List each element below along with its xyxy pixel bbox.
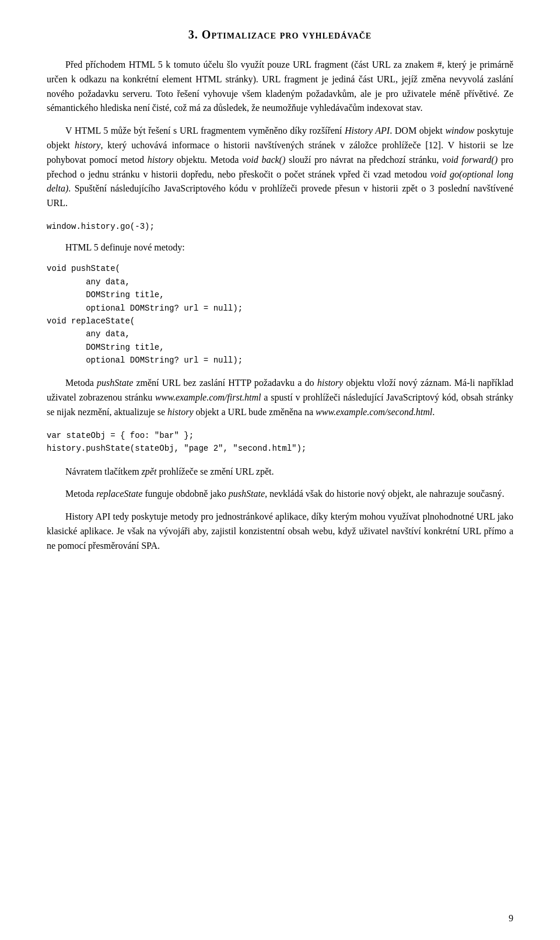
url-first-italic: www.example.com/first.html xyxy=(155,392,261,402)
paragraph-5: Metoda replaceState funguje obdobně jako… xyxy=(47,487,513,502)
zpet-italic: zpět xyxy=(142,466,157,476)
code-block-1: window.history.go(-3); xyxy=(47,220,513,233)
body-text-2: Metoda pushState změní URL bez zaslání H… xyxy=(47,376,513,419)
void-back-italic: void back() xyxy=(242,155,285,165)
paragraph-1: Před příchodem HTML 5 k tomuto účelu šlo… xyxy=(47,58,513,116)
void-go-italic: void go(optional long delta) xyxy=(47,169,513,194)
body-text: Před příchodem HTML 5 k tomuto účelu šlo… xyxy=(47,58,513,211)
paragraph-4: Návratem tlačítkem zpět prohlížeče se zm… xyxy=(47,465,513,479)
history-api-italic: History API xyxy=(345,126,390,135)
history-italic: history xyxy=(75,140,100,150)
chapter-title: 3. Optimalizace pro vyhledávače xyxy=(47,28,513,41)
pushstate-italic: pushState xyxy=(97,378,133,388)
pushstate2-italic: pushState xyxy=(229,489,265,499)
window-italic: window xyxy=(445,126,474,135)
defines-line: HTML 5 definuje nové metody: xyxy=(65,242,513,253)
history2-italic: history xyxy=(148,155,173,165)
body-text-3: Návratem tlačítkem zpět prohlížeče se zm… xyxy=(47,465,513,553)
code-block-2: void pushState( any data, DOMString titl… xyxy=(47,262,513,367)
paragraph-6: History API tedy poskytuje metody pro je… xyxy=(47,510,513,553)
page-number: 9 xyxy=(509,913,513,924)
code-block-3: var stateObj = { foo: "bar" }; history.p… xyxy=(47,429,513,455)
url-second-italic: www.example.com/second.html xyxy=(316,407,432,417)
history-obj-italic: his­tory xyxy=(317,378,343,388)
paragraph-3: Metoda pushState změní URL bez zaslání H… xyxy=(47,376,513,419)
replacestate-italic: replaceState xyxy=(96,489,142,499)
page: 3. Optimalizace pro vyhledávače Před pří… xyxy=(0,0,560,940)
void-forward-italic: void forward() xyxy=(442,155,498,165)
history3-italic: history xyxy=(167,407,193,417)
paragraph-2: V HTML 5 může být řešení s URL fragmente… xyxy=(47,124,513,211)
